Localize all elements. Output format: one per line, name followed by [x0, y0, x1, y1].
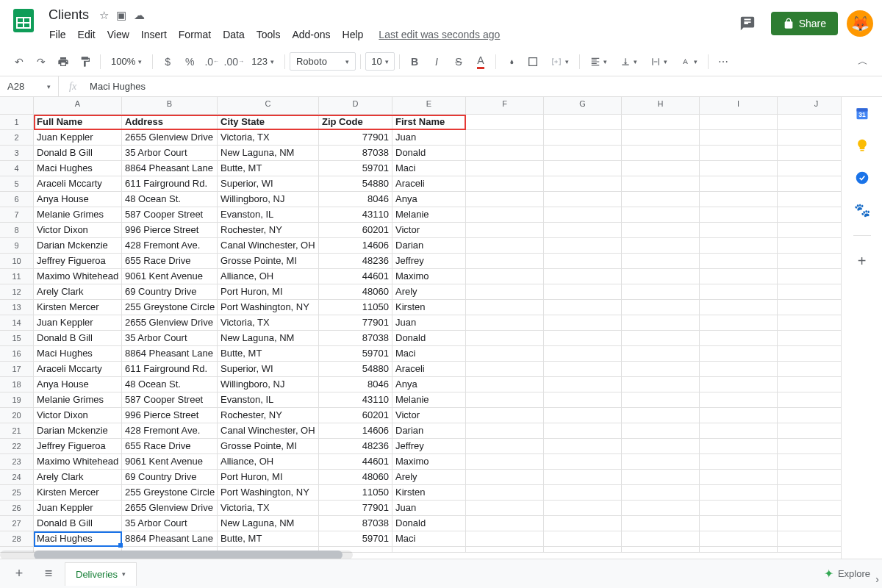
cell[interactable]	[466, 485, 544, 501]
cell[interactable]	[700, 115, 778, 130]
cell[interactable]	[622, 269, 700, 284]
cell[interactable]	[700, 408, 778, 423]
cell[interactable]: Zip Code	[319, 115, 392, 130]
row-header[interactable]: 4	[0, 161, 34, 176]
cell[interactable]	[778, 192, 841, 207]
cell[interactable]: Canal Winchester, OH	[218, 238, 319, 254]
cell[interactable]: Butte, MT	[218, 161, 319, 176]
cell[interactable]	[466, 423, 544, 439]
column-header-H[interactable]: H	[622, 97, 700, 115]
cell[interactable]: Donald B Gill	[34, 146, 122, 161]
share-button[interactable]: Share	[771, 12, 838, 35]
cell[interactable]	[700, 176, 778, 192]
cell[interactable]	[622, 223, 700, 238]
cell[interactable]: 77901	[319, 130, 392, 146]
cell[interactable]: 48236	[319, 439, 392, 454]
cell[interactable]	[544, 315, 622, 331]
zoom-select[interactable]: 100%▾	[105, 53, 148, 70]
cell[interactable]: 69 Country Drive	[122, 284, 218, 300]
cell[interactable]	[778, 470, 841, 485]
cell[interactable]	[466, 238, 544, 254]
cell[interactable]: 60201	[319, 408, 392, 423]
cell[interactable]: Araceli Mccarty	[34, 176, 122, 192]
cell[interactable]: 996 Pierce Street	[122, 408, 218, 423]
cell[interactable]: 8864 Pheasant Lane	[122, 346, 218, 362]
cell[interactable]: 8046	[319, 192, 392, 207]
cell[interactable]	[466, 130, 544, 146]
keep-icon[interactable]	[855, 138, 870, 153]
cell[interactable]	[778, 115, 841, 130]
cell[interactable]	[778, 362, 841, 377]
cell[interactable]	[544, 146, 622, 161]
cell[interactable]	[466, 516, 544, 531]
cell[interactable]: Juan Keppler	[34, 130, 122, 146]
star-icon[interactable]: ☆	[99, 9, 109, 22]
cell[interactable]	[778, 315, 841, 331]
cell[interactable]: Victor	[392, 408, 466, 423]
cell[interactable]: Juan	[392, 130, 466, 146]
cell[interactable]	[622, 501, 700, 516]
cell[interactable]	[778, 408, 841, 423]
cell[interactable]	[544, 192, 622, 207]
cell[interactable]	[392, 547, 466, 553]
cell[interactable]: 69 Country Drive	[122, 470, 218, 485]
menu-add-ons[interactable]: Add-ons	[287, 26, 335, 43]
cell[interactable]: Maci	[392, 346, 466, 362]
cell[interactable]: Anya House	[34, 377, 122, 392]
account-avatar[interactable]: 🦊	[847, 10, 873, 37]
cell[interactable]	[700, 284, 778, 300]
cell[interactable]: Evanston, IL	[218, 392, 319, 408]
cell[interactable]: 11050	[319, 485, 392, 501]
cell[interactable]	[544, 547, 622, 553]
row-header[interactable]: 22	[0, 439, 34, 454]
cell[interactable]: 11050	[319, 300, 392, 315]
cell[interactable]	[622, 454, 700, 470]
column-header-F[interactable]: F	[466, 97, 544, 115]
cell[interactable]: 35 Arbor Court	[122, 146, 218, 161]
cell[interactable]	[778, 146, 841, 161]
cell[interactable]	[622, 516, 700, 531]
cell[interactable]	[700, 146, 778, 161]
cell[interactable]	[700, 485, 778, 501]
cell[interactable]	[778, 439, 841, 454]
cell[interactable]	[622, 315, 700, 331]
menu-help[interactable]: Help	[337, 26, 369, 43]
cell[interactable]: 428 Fremont Ave.	[122, 238, 218, 254]
cell[interactable]	[700, 454, 778, 470]
cell[interactable]	[778, 161, 841, 176]
paws-icon[interactable]: 🐾	[855, 203, 870, 218]
cell[interactable]: Darian Mckenzie	[34, 238, 122, 254]
cell[interactable]: 255 Greystone Circle	[122, 300, 218, 315]
merge-cells-button[interactable]: ▾	[545, 53, 575, 71]
cell[interactable]	[700, 516, 778, 531]
cell[interactable]	[466, 176, 544, 192]
decrease-decimal-button[interactable]: .0←	[201, 51, 222, 72]
cell[interactable]	[700, 531, 778, 547]
cell[interactable]	[622, 176, 700, 192]
cell[interactable]	[778, 269, 841, 284]
cell[interactable]: Full Name	[34, 115, 122, 130]
cell[interactable]: 59701	[319, 161, 392, 176]
cell[interactable]	[700, 423, 778, 439]
cell[interactable]	[700, 238, 778, 254]
currency-button[interactable]: $	[157, 51, 178, 72]
row-header[interactable]: 26	[0, 501, 34, 516]
cell[interactable]: 9061 Kent Avenue	[122, 269, 218, 284]
cell[interactable]	[544, 207, 622, 223]
row-header[interactable]: 3	[0, 146, 34, 161]
cell[interactable]	[778, 392, 841, 408]
cell[interactable]: Superior, WI	[218, 362, 319, 377]
cell[interactable]: 587 Cooper Street	[122, 207, 218, 223]
undo-button[interactable]: ↶	[9, 51, 29, 72]
cell[interactable]	[544, 377, 622, 392]
cell[interactable]: Maci	[392, 161, 466, 176]
cell[interactable]: Juan Keppler	[34, 501, 122, 516]
cell[interactable]: Butte, MT	[218, 346, 319, 362]
more-toolbar-button[interactable]: ⋯	[713, 51, 734, 72]
cell[interactable]	[700, 300, 778, 315]
cell[interactable]	[466, 454, 544, 470]
cell[interactable]	[544, 516, 622, 531]
cell[interactable]	[700, 362, 778, 377]
cell[interactable]	[700, 392, 778, 408]
column-header-I[interactable]: I	[700, 97, 778, 115]
